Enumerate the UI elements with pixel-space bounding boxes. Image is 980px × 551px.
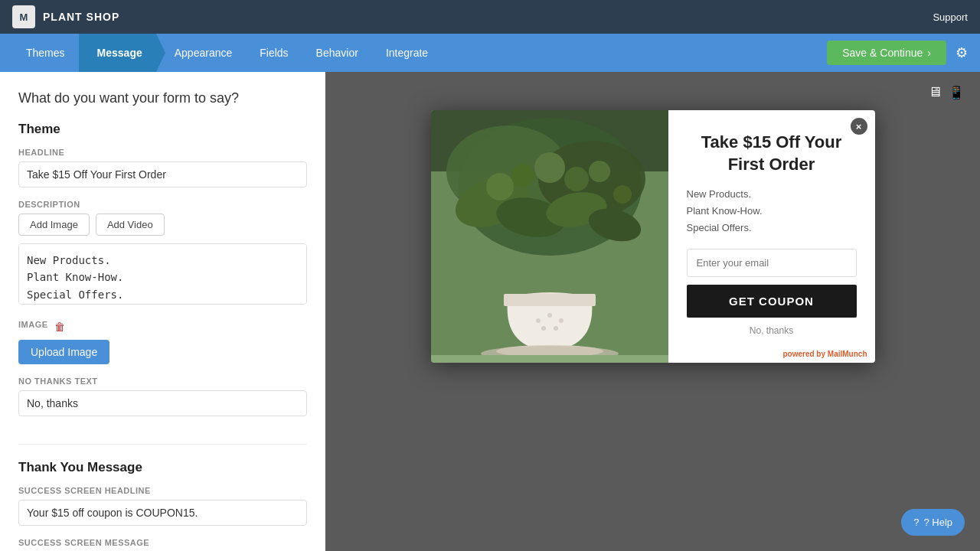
description-btn-group: Add Image Add Video bbox=[18, 214, 307, 236]
popup-preview: × Take $15 Off Your First Order New Prod… bbox=[431, 110, 875, 363]
topbar: M PLANT SHOP Support bbox=[0, 0, 980, 34]
mailmunch-brand: MailMunch bbox=[828, 350, 867, 358]
store-name: PLANT SHOP bbox=[43, 11, 119, 23]
popup-content-side: × Take $15 Off Your First Order New Prod… bbox=[668, 110, 875, 363]
image-label: IMAGE bbox=[18, 320, 48, 329]
nav-tabs: Themes Message Appearance Fields Behavio… bbox=[12, 34, 442, 72]
trash-icon[interactable]: 🗑 bbox=[54, 321, 65, 333]
popup-desc-line3: Special Offers. bbox=[687, 220, 857, 236]
svg-point-11 bbox=[534, 152, 565, 183]
svg-point-23 bbox=[554, 326, 558, 331]
svg-point-12 bbox=[564, 167, 589, 191]
popup-close-button[interactable]: × bbox=[851, 118, 867, 135]
popup-cta-button[interactable]: GET COUPON bbox=[687, 285, 857, 318]
svg-rect-16 bbox=[504, 294, 596, 306]
svg-point-21 bbox=[559, 318, 564, 323]
no-thanks-label: NO THANKS TEXT bbox=[18, 377, 307, 386]
no-thanks-input[interactable] bbox=[18, 390, 307, 416]
topbar-left: M PLANT SHOP bbox=[12, 5, 119, 28]
success-headline-label: SUCCESS SCREEN HEADLINE bbox=[18, 486, 307, 495]
desktop-view-icon[interactable]: 🖥 bbox=[928, 84, 942, 101]
section-divider bbox=[18, 444, 307, 445]
svg-point-10 bbox=[511, 164, 534, 187]
theme-section-title: Theme bbox=[18, 122, 307, 137]
left-panel: What do you want your form to say? Theme… bbox=[0, 72, 325, 551]
preview-toolbar: 🖥 📱 bbox=[928, 84, 965, 101]
svg-point-22 bbox=[541, 326, 546, 331]
popup-headline: Take $15 Off Your First Order bbox=[687, 132, 857, 175]
popup-email-input[interactable] bbox=[687, 249, 857, 277]
svg-point-14 bbox=[613, 185, 632, 204]
popup-desc-line2: Plant Know-How. bbox=[687, 203, 857, 220]
svg-point-13 bbox=[589, 161, 610, 182]
save-continue-button[interactable]: Save & Continue › bbox=[827, 41, 946, 65]
tab-behavior[interactable]: Behavior bbox=[302, 34, 372, 72]
popup-image-side bbox=[431, 110, 668, 363]
app-logo: M bbox=[12, 5, 35, 28]
tab-appearance[interactable]: Appearance bbox=[156, 34, 247, 72]
popup-description: New Products. Plant Know-How. Special Of… bbox=[687, 186, 857, 236]
svg-point-19 bbox=[536, 318, 541, 323]
help-button[interactable]: ? ? Help bbox=[901, 509, 965, 536]
add-image-button[interactable]: Add Image bbox=[18, 214, 90, 236]
page-title: What do you want your form to say? bbox=[18, 90, 307, 106]
nav-right: Save & Continue › ⚙ bbox=[827, 41, 968, 65]
right-panel: 🖥 📱 bbox=[325, 72, 980, 551]
image-label-row: IMAGE 🗑 bbox=[18, 320, 307, 334]
image-section: IMAGE 🗑 Upload Image bbox=[18, 320, 307, 364]
powered-by: powered by MailMunch bbox=[782, 350, 867, 358]
tab-themes[interactable]: Themes bbox=[12, 34, 79, 72]
navbar: Themes Message Appearance Fields Behavio… bbox=[0, 34, 980, 72]
support-link[interactable]: Support bbox=[933, 11, 968, 23]
svg-point-20 bbox=[547, 313, 552, 318]
headline-label: HEADLINE bbox=[18, 148, 307, 157]
description-label: DESCRIPTION bbox=[18, 200, 307, 209]
thank-you-section-title: Thank You Message bbox=[18, 460, 307, 475]
main-content: What do you want your form to say? Theme… bbox=[0, 72, 980, 551]
popup-no-thanks[interactable]: No, thanks bbox=[687, 325, 857, 336]
popup-plant-image bbox=[431, 110, 668, 355]
svg-point-9 bbox=[486, 173, 514, 201]
popup-desc-line1: New Products. bbox=[687, 186, 857, 203]
success-message-label: SUCCESS SCREEN MESSAGE bbox=[18, 538, 307, 547]
tab-integrate[interactable]: Integrate bbox=[372, 34, 442, 72]
chevron-right-icon: › bbox=[927, 47, 931, 59]
help-icon: ? bbox=[913, 517, 919, 528]
success-headline-input[interactable] bbox=[18, 500, 307, 526]
tab-message[interactable]: Message bbox=[79, 34, 156, 72]
tab-fields[interactable]: Fields bbox=[246, 34, 302, 72]
settings-icon[interactable]: ⚙ bbox=[956, 44, 968, 61]
description-textarea[interactable]: New Products. Plant Know-How. Special Of… bbox=[18, 243, 307, 305]
add-video-button[interactable]: Add Video bbox=[96, 214, 165, 236]
upload-image-button[interactable]: Upload Image bbox=[18, 340, 109, 364]
mobile-view-icon[interactable]: 📱 bbox=[948, 84, 965, 101]
headline-input[interactable] bbox=[18, 161, 307, 187]
